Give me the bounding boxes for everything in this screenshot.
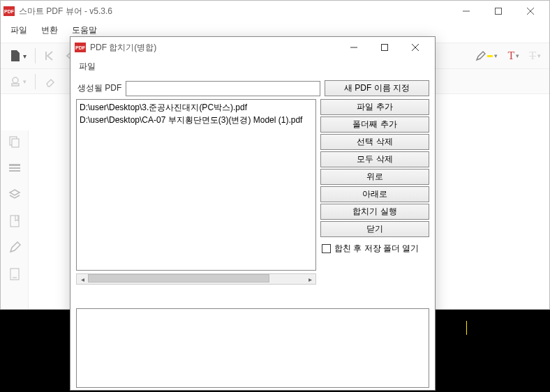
delete-selected-button[interactable]: 선택 삭제 [320, 134, 429, 150]
svg-point-4 [13, 77, 18, 83]
file-list[interactable]: D:\user\Desktop\3.준공사진대지(PC박스).pdf D:\us… [76, 99, 316, 271]
close-button[interactable] [514, 1, 547, 22]
edit-icon[interactable] [6, 239, 23, 256]
first-icon [44, 50, 55, 61]
stamp-button[interactable]: ▾ [5, 73, 31, 91]
maximize-icon [495, 8, 502, 15]
svg-rect-14 [382, 45, 388, 51]
bookmark-icon[interactable] [6, 213, 23, 229]
open-folder-checkbox[interactable] [322, 244, 331, 253]
svg-rect-10 [9, 170, 20, 172]
dialog-menu-file[interactable]: 파일 [73, 59, 101, 75]
stamp-icon [9, 75, 22, 88]
app-icon: PDF [3, 6, 15, 16]
svg-rect-5 [12, 84, 19, 86]
dialog-title: PDF 합치기(병합) [90, 42, 339, 54]
maximize-icon [381, 44, 388, 51]
merge-dialog: PDF PDF 합치기(병합) 파일 생성될 PDF 새 PDF 이름 지정 D… [70, 36, 436, 391]
separator [35, 48, 36, 63]
svg-rect-9 [9, 167, 20, 169]
close-icon [527, 8, 534, 15]
add-folder-button[interactable]: 폴더째 추가 [320, 116, 429, 133]
text-button[interactable]: T ▾ [503, 47, 523, 65]
add-file-button[interactable]: 파일 추가 [320, 99, 429, 115]
menu-file[interactable]: 파일 [3, 22, 34, 38]
move-down-button[interactable]: 아래로 [320, 186, 429, 202]
scroll-left-icon[interactable]: ◂ [77, 274, 88, 284]
new-pdf-name-button[interactable]: 새 PDF 이름 지정 [325, 80, 429, 96]
horizontal-scrollbar[interactable]: ◂ ▸ [76, 273, 316, 285]
svg-rect-11 [10, 216, 19, 227]
log-area[interactable] [76, 308, 429, 388]
eraser-button[interactable] [40, 73, 61, 91]
first-page-button[interactable] [40, 47, 59, 64]
strike-button[interactable]: T ▾ [525, 47, 545, 65]
app-icon: PDF [75, 43, 86, 52]
svg-rect-12 [10, 269, 19, 280]
pencil-icon [475, 50, 486, 61]
scroll-right-icon[interactable]: ▸ [304, 274, 315, 284]
separator [35, 74, 36, 89]
document-icon [9, 50, 22, 62]
menu-convert[interactable]: 변환 [34, 22, 65, 38]
main-title: 스마트 PDF 뷰어 - v5.3.6 [19, 6, 450, 17]
scroll-thumb[interactable] [88, 274, 269, 282]
text-cursor [466, 321, 467, 335]
open-folder-label: 합친 후 저장 폴더 열기 [334, 243, 419, 255]
dialog-maximize-button[interactable] [369, 37, 400, 58]
maximize-button[interactable] [482, 1, 514, 22]
eraser-icon [44, 75, 57, 88]
sidebar [1, 130, 29, 309]
close-button[interactable]: 닫기 [320, 221, 429, 237]
open-button[interactable]: ▾ [5, 47, 31, 65]
dialog-minimize-button[interactable] [339, 37, 369, 58]
minimize-icon [350, 44, 357, 51]
save-icon[interactable] [6, 266, 23, 282]
svg-rect-7 [12, 139, 19, 147]
list-item[interactable]: D:\user\Desktop\3.준공사진대지(PC박스).pdf [80, 101, 313, 114]
dialog-menubar: 파일 [70, 58, 435, 75]
highlight-button[interactable]: ▾ [471, 47, 502, 64]
main-titlebar: PDF 스마트 PDF 뷰어 - v5.3.6 [1, 1, 549, 22]
minimize-icon [463, 8, 470, 15]
delete-all-button[interactable]: 모두 삭제 [320, 151, 429, 167]
generated-pdf-label: 생성될 PDF [76, 82, 121, 94]
layout-icon[interactable] [6, 160, 23, 176]
generated-pdf-input[interactable] [126, 81, 320, 96]
close-icon [412, 44, 419, 51]
dialog-titlebar: PDF PDF 합치기(병합) [70, 37, 435, 58]
pages-icon[interactable] [6, 133, 23, 150]
merge-button[interactable]: 합치기 실행 [320, 204, 429, 220]
move-up-button[interactable]: 위로 [320, 169, 429, 185]
layers-icon[interactable] [6, 186, 23, 203]
list-item[interactable]: D:\user\Desktop\CA-07 부지횡단면도(3)(변경) Mode… [80, 114, 313, 126]
svg-rect-8 [9, 164, 20, 166]
svg-rect-1 [496, 8, 502, 15]
minimize-button[interactable] [450, 1, 482, 22]
dialog-close-button[interactable] [400, 37, 431, 58]
